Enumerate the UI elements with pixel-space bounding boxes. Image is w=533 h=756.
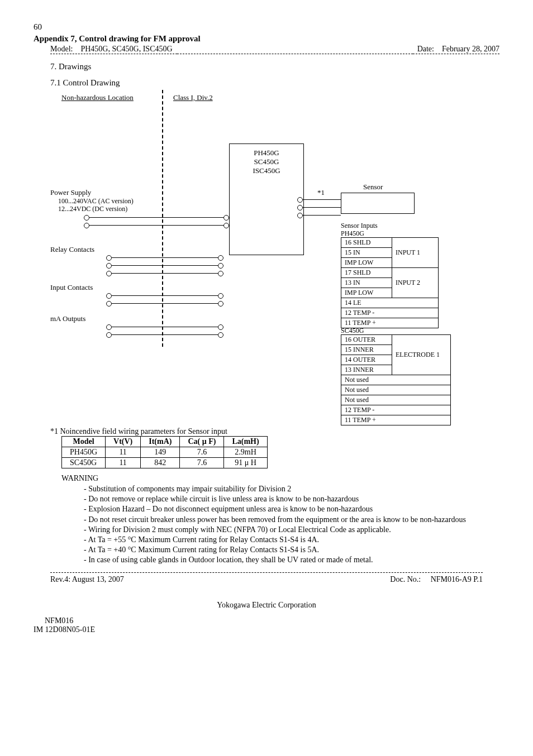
terminal-icon [297,197,303,203]
sensor-inputs-label: Sensor Inputs [341,222,378,230]
terminal-icon [218,332,223,338]
params-caption: *1 Noincendive field wiring parameters f… [50,427,499,436]
device-box: PH450G SC450G ISC450G [229,143,304,255]
table-row: PH450G 11 149 7.6 2.9mH [62,447,268,458]
star-1-label: *1 [317,188,325,197]
wire-line [112,265,223,266]
wire-line [303,207,341,208]
device-line-2: SC450G [233,157,300,166]
pin-cell: Not used [341,385,451,395]
section-7: 7. Drawings [50,62,499,71]
terminal-icon [106,255,112,261]
terminal-icon [106,271,112,276]
list-item: In case of using cable glands in Outdoor… [84,555,466,565]
sc450g-pin-table: 16 OUTERELECTRODE 1 15 INNER 14 OUTER 13… [341,334,451,425]
table-row: 11 TEMP + [341,415,451,425]
table-row: Not used [341,385,451,395]
input-contacts-label: Input Contacts [50,283,93,292]
model-label-value: Model: PH450G, SC450G, ISC450G [50,45,177,54]
wire-line [112,303,223,304]
relay-contacts-label: Relay Contacts [50,245,94,254]
group-cell: INPUT 1 [392,238,439,268]
pin-cell: IMP LOW [341,288,392,298]
sc450g-table-label: SC450G [341,327,364,335]
cell: 7.6 [180,447,224,458]
pin-cell: IMP LOW [341,258,392,268]
table-row: 16 SHLDINPUT 1 [341,238,439,248]
pin-cell: 13 IN [341,278,392,288]
table-row: 14 LE [341,298,439,308]
list-item: At Ta = +55 °C Maximum Current rating fo… [84,535,466,545]
section-7-1: 7.1 Control Drawing [50,78,499,88]
terminal-icon [106,324,112,330]
cell: 91 μ H [224,458,267,468]
terminal-icon [218,324,223,330]
table-row: 16 OUTERELECTRODE 1 [341,335,451,345]
location-divider-line [162,90,163,347]
pin-cell: 16 SHLD [341,238,392,248]
terminal-icon [84,223,89,228]
table-row: Not used [341,395,451,405]
divider-line [50,572,483,573]
cell: 2.9mH [224,447,267,458]
cell: SC450G [62,458,106,468]
class-div-label: Class I, Div.2 [173,93,213,102]
list-item: Substitution of components may impair su… [84,484,466,494]
wire-line [112,327,223,327]
sensor-label: Sensor [363,183,383,192]
list-item: Do not remove or replace while circuit i… [84,494,466,504]
wire-line [303,199,341,200]
doc-no-value: NFM016-A9 P.1 [431,575,483,583]
cell: 149 [141,447,180,458]
table-row: SC450G 11 842 7.6 91 μ H [62,458,268,468]
control-drawing-diagram: Non-hazardous Location Class I, Div.2 PH… [50,93,499,423]
date-label-value: Date: February 28, 2007 [413,45,499,54]
power-supply-label: Power Supply [50,188,91,197]
pin-cell: 13 INNER [341,365,392,375]
cell: 842 [141,458,180,468]
table-row: 12 TEMP - [341,308,439,318]
pin-cell: 12 TEMP - [341,308,439,318]
terminal-icon [106,263,112,269]
pin-cell: 17 SHLD [341,268,392,278]
cell: PH450G [62,447,106,458]
pin-cell: 14 LE [341,298,439,308]
terminal-icon [106,332,112,338]
table-header-row: Model Vt(V) It(mA) Ca( μ F) La(mH) [62,437,268,447]
terminal-icon [218,255,223,261]
table-row: 17 SHLDINPUT 2 [341,268,439,278]
terminal-icon [218,293,223,299]
terminal-icon [218,271,223,276]
list-item: Wiring for Division 2 must comply with N… [84,525,466,535]
pin-cell: Not used [341,375,451,385]
params-table: Model Vt(V) It(mA) Ca( μ F) La(mH) PH450… [61,436,268,468]
pin-cell: 11 TEMP + [341,415,451,425]
table-row: Not used [341,375,451,385]
pin-cell: 16 OUTER [341,335,392,345]
col-la: La(mH) [224,437,267,447]
terminal-icon [106,301,112,307]
list-item: At Ta = +40 °C Maximum Current rating fo… [84,545,466,555]
nonhazardous-location-label: Non-hazardous Location [61,93,134,102]
doc-no-label: Doc. No.: [390,575,421,583]
group-cell: INPUT 2 [392,268,439,298]
warning-heading: WARNING [61,474,499,483]
device-line-1: PH450G [233,149,300,157]
terminal-icon [223,215,229,221]
pin-cell: 15 INNER [341,345,392,355]
col-model: Model [62,437,106,447]
pin-cell: 12 TEMP - [341,405,451,415]
model-label: Model: [50,45,73,53]
ps-dc-label: 12...24VDC (DC version) [58,205,127,213]
wire-line [89,217,229,218]
appendix-title: Appendix 7, Control drawing for FM appro… [34,34,499,44]
wire-line [112,257,223,258]
cell: 7.6 [180,458,224,468]
date-value: February 28, 2007 [442,45,499,53]
ps-ac-label: 100...240VAC (AC version) [58,197,134,205]
doc-no: Doc. No.: NFM016-A9 P.1 [390,575,483,584]
footer-code: NFM016 [45,616,499,625]
cell: 11 [106,447,141,458]
col-vt: Vt(V) [106,437,141,447]
cell: 11 [106,458,141,468]
